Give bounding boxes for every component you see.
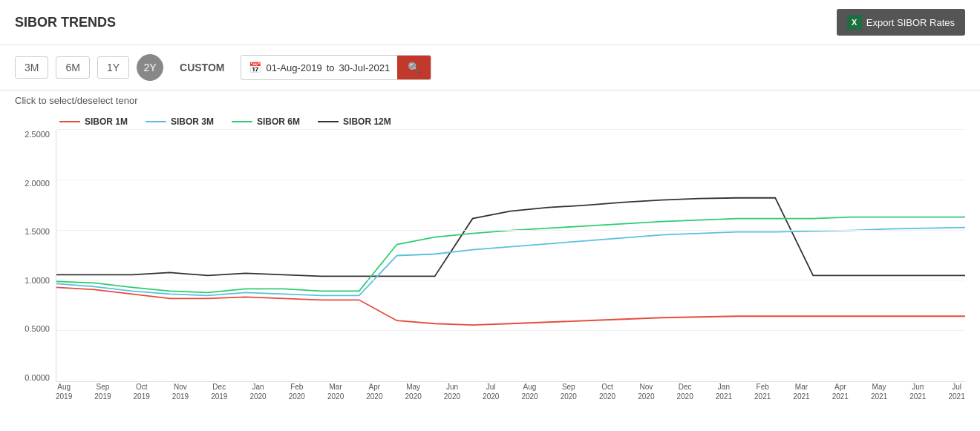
legend-sibor-6m[interactable]: SIBOR 6M — [232, 116, 300, 127]
x-label-apr2021: Apr2021 — [832, 382, 849, 404]
period-controls: 3M 6M 1Y 2Y CUSTOM 📅 01-Aug-2019 to 30-J… — [0, 45, 980, 91]
search-button[interactable]: 🔍 — [397, 56, 431, 79]
x-axis: Aug2019 Sep2019 Oct2019 Nov2019 Dec2019 … — [56, 382, 965, 404]
period-1y-button[interactable]: 1Y — [97, 56, 129, 79]
period-custom-button[interactable]: CUSTOM — [171, 57, 233, 78]
excel-icon: X — [847, 15, 862, 30]
x-label-nov2020: Nov2020 — [638, 382, 654, 404]
y-label-2: 2.0000 — [15, 179, 56, 188]
x-label-mar2021: Mar2021 — [793, 382, 809, 404]
x-label-apr2020: Apr2020 — [366, 382, 382, 404]
x-label-jan2020: Jan2020 — [249, 382, 266, 404]
y-label-15: 1.5000 — [15, 227, 56, 236]
export-button[interactable]: X Export SIBOR Rates — [837, 9, 965, 36]
line-sibor-12m — [56, 198, 965, 277]
x-label-oct2019: Oct2019 — [134, 382, 150, 404]
x-label-feb2021: Feb2021 — [754, 382, 771, 404]
y-label-25: 2.5000 — [15, 130, 56, 139]
x-label-mar2020: Mar2020 — [327, 382, 344, 404]
y-label-0: 0.0000 — [15, 373, 56, 382]
line-sibor-1m — [56, 287, 965, 325]
x-label-nov2019: Nov2019 — [172, 382, 189, 404]
date-range-input[interactable]: 📅 01-Aug-2019 to 30-Jul-2021 🔍 — [241, 55, 431, 80]
x-label-oct2020: Oct2020 — [599, 382, 615, 404]
legend-line-1m — [59, 121, 80, 122]
calendar-icon: 📅 — [249, 62, 261, 73]
x-label-dec2019: Dec2019 — [211, 382, 227, 404]
legend-line-12m — [318, 121, 339, 122]
legend-line-3m — [146, 121, 166, 122]
line-sibor-3m — [56, 228, 965, 296]
chart-plot — [56, 130, 965, 382]
x-label-feb2020: Feb2020 — [289, 382, 305, 404]
legend-sibor-12m[interactable]: SIBOR 12M — [318, 116, 391, 127]
legend-sibor-1m[interactable]: SIBOR 1M — [59, 116, 128, 127]
period-2y-button[interactable]: 2Y — [137, 54, 163, 81]
page-header: SIBOR TRENDS X Export SIBOR Rates — [0, 0, 980, 45]
x-label-jul2020: Jul2020 — [483, 382, 499, 404]
period-6m-button[interactable]: 6M — [56, 56, 89, 79]
chart-svg — [56, 130, 965, 381]
x-label-aug2020: Aug2020 — [521, 382, 538, 404]
y-axis: 0.0000 0.5000 1.0000 1.5000 2.0000 2.500… — [15, 130, 56, 382]
chart-container: 0.0000 0.5000 1.0000 1.5000 2.0000 2.500… — [15, 130, 965, 404]
page-title: SIBOR TRENDS — [15, 15, 116, 30]
period-3m-button[interactable]: 3M — [15, 56, 48, 79]
x-label-jun2021: Jun2021 — [909, 382, 926, 404]
x-label-dec2020: Dec2020 — [677, 382, 693, 404]
legend-sibor-3m[interactable]: SIBOR 3M — [146, 116, 214, 127]
chart-area: SIBOR 1M SIBOR 3M SIBOR 6M SIBOR 12M 0.0… — [0, 111, 980, 404]
hint-text: Click to select/deselect tenor — [0, 91, 980, 111]
x-label-may2020: May2020 — [405, 382, 422, 404]
line-sibor-6m — [56, 217, 965, 293]
x-label-jun2020: Jun2020 — [444, 382, 460, 404]
y-label-1: 1.0000 — [15, 276, 56, 285]
x-label-sep2019: Sep2019 — [94, 382, 111, 404]
x-label-jan2021: Jan2021 — [716, 382, 732, 404]
x-label-jul2021: Jul2021 — [948, 382, 964, 404]
chart-legend: SIBOR 1M SIBOR 3M SIBOR 6M SIBOR 12M — [15, 111, 965, 130]
date-from-display: 📅 01-Aug-2019 to 30-Jul-2021 — [241, 57, 397, 78]
y-label-05: 0.5000 — [15, 324, 56, 333]
x-label-may2021: May2021 — [871, 382, 887, 404]
x-label-aug2019: Aug2019 — [56, 382, 72, 404]
legend-line-6m — [232, 121, 252, 122]
x-label-sep2020: Sep2020 — [561, 382, 577, 404]
